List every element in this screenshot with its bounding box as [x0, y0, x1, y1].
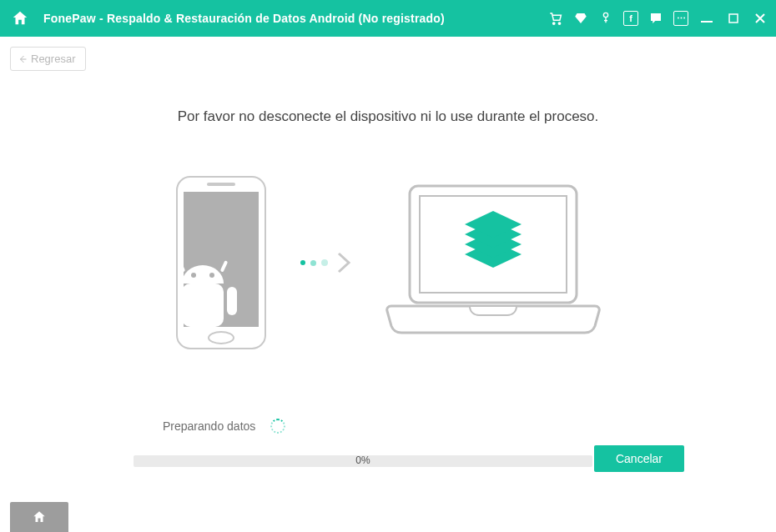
window-title: FonePaw - Respaldo & Restauración de Dat…	[43, 12, 445, 25]
titlebar: FonePaw - Respaldo & Restauración de Dat…	[0, 0, 776, 37]
main-area: Por favor no desconecte el dispositivo n…	[0, 83, 776, 490]
illustration	[175, 175, 602, 350]
chevron-right-icon	[336, 251, 351, 274]
arrow-left-icon	[18, 54, 28, 64]
cart-icon[interactable]	[547, 10, 564, 27]
phone-illustration	[175, 175, 267, 350]
transfer-arrow	[300, 251, 351, 274]
progress-bar-container: 0%	[134, 455, 592, 467]
status-label: Preparando datos	[163, 419, 255, 433]
laptop-illustration	[385, 179, 602, 346]
key-icon[interactable]	[597, 10, 614, 27]
home-icon	[11, 9, 29, 28]
back-button: Regresar	[10, 47, 86, 71]
diamond-icon[interactable]	[572, 10, 589, 27]
home-button[interactable]	[8, 7, 32, 30]
titlebar-actions: f ⋯	[547, 10, 769, 27]
maximize-button[interactable]	[724, 13, 743, 23]
menu-icon[interactable]: ⋯	[673, 10, 689, 27]
cancel-button[interactable]: Cancelar	[594, 445, 684, 472]
facebook-icon[interactable]: f	[622, 10, 639, 27]
bottom-home-tab[interactable]	[10, 502, 68, 532]
home-icon	[32, 509, 47, 524]
svg-point-11	[209, 273, 214, 278]
instruction-text: Por favor no desconecte el dispositivo n…	[178, 108, 599, 125]
svg-point-1	[558, 23, 560, 24]
svg-point-10	[191, 273, 196, 278]
feedback-icon[interactable]	[648, 10, 664, 27]
svg-rect-3	[701, 21, 713, 23]
close-button[interactable]	[751, 13, 769, 24]
svg-rect-14	[227, 287, 237, 315]
svg-rect-4	[729, 14, 738, 23]
svg-point-2	[603, 13, 607, 17]
spinner-icon	[270, 419, 285, 434]
status-row: Preparando datos	[163, 419, 285, 434]
svg-rect-7	[207, 183, 235, 186]
back-label: Regresar	[31, 53, 75, 65]
svg-point-0	[553, 23, 555, 24]
minimize-button[interactable]	[698, 13, 716, 24]
progress-bar: 0%	[134, 455, 592, 467]
svg-rect-9	[182, 284, 224, 327]
progress-percent: 0%	[134, 454, 592, 466]
